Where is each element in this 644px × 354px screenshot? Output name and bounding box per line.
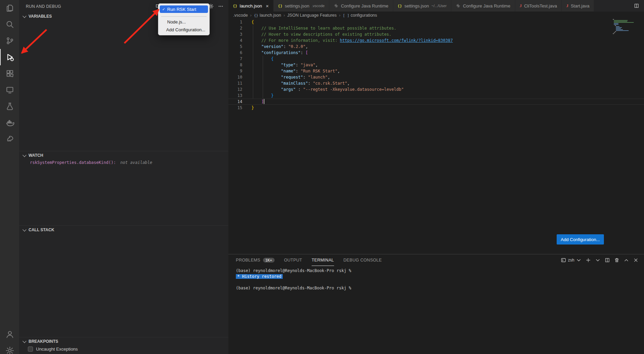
minimap[interactable] [613,19,637,34]
line-number: 14 [228,99,242,105]
terminal-line: * History restored [236,274,637,280]
source-control-icon [5,36,14,45]
tab-launch-json[interactable]: {}launch.json× [228,0,274,12]
bottom-panel: PROBLEMS1K+OUTPUTTERMINALDEBUG CONSOLE z… [228,254,644,354]
close-panel-button[interactable] [633,257,639,263]
code-line-1[interactable]: 1{ [228,19,644,25]
breadcrumb-item[interactable]: .vscode [233,13,248,18]
breadcrumb-item[interactable]: [ ]configurations [343,13,377,18]
breadcrumb-item[interactable]: {}launch.json [254,13,281,18]
line-number: 12 [228,86,242,92]
split-editor-button[interactable] [634,3,639,9]
new-terminal-button[interactable] [586,257,591,263]
breakpoint-row[interactable]: Uncaught Exceptions [19,345,228,353]
code-line-4[interactable]: 4 // For more information, visit: https:… [228,37,644,44]
code-line-11[interactable]: 11 "mainClass": "co.rsk.Start", [228,80,644,86]
tab-label: CliToolsTest.java [524,3,557,9]
panel-tab-terminal[interactable]: TERMINAL [312,254,334,266]
tab-settings-json[interactable]: {}settings.json.vscode [274,0,329,12]
code-line-15[interactable]: 15} [228,105,644,111]
activity-remote-explorer[interactable] [0,82,19,98]
activity-gradle[interactable] [0,131,19,147]
activity-testing[interactable] [0,98,19,114]
activity-run-and-debug[interactable] [0,49,19,65]
code-line-9[interactable]: 9 "name": "Run RSK Start", [228,68,644,74]
activity-settings[interactable] [0,342,19,354]
section-call-stack[interactable]: CALL STACK [19,225,228,234]
breadcrumb-separator: › [283,13,285,18]
panel-tab-debug-console[interactable]: DEBUG CONSOLE [344,254,382,266]
json-file-icon: {} [278,4,282,8]
code-line-3[interactable]: 3 // Hover to view descriptions of exist… [228,31,644,37]
line-number: 9 [228,68,242,74]
watch-expression-row[interactable]: rskSystemProperties.databaseKind(): not … [19,159,228,166]
uncaught-exceptions-checkbox[interactable] [28,347,33,352]
code-line-13[interactable]: 13 } [228,92,644,99]
tab-configure-java-runtime[interactable]: Configure Java Runtime [329,0,393,12]
code-line-8[interactable]: 8 "type": "java", [228,62,644,68]
activity-docker[interactable] [0,114,19,131]
panel-tab-problems[interactable]: PROBLEMS1K+ [236,254,275,266]
breadcrumb-item[interactable]: JSON Language Features [287,13,336,18]
activity-bar-bottom-items [0,326,19,354]
line-number: 10 [228,74,242,80]
activity-extensions[interactable] [0,65,19,82]
activity-source-control[interactable] [0,33,19,49]
menu-item-add-configuration-[interactable]: Add Configuration... [160,26,208,33]
terminal-line: (base) reynoldmorel@Reynolds-MacBook-Pro… [236,268,637,274]
editor-tabs: {}launch.json×{}settings.json.vscodeConf… [228,0,629,12]
shell-label: zsh [568,258,574,263]
add-configuration-button[interactable]: Add Configuration... [557,234,604,245]
activity-bar-items [0,0,19,147]
menu-item-run-rsk-start[interactable]: ✓Run RSK Start [160,5,208,13]
tab-bar-actions [629,0,644,12]
code-line-5[interactable]: 5 "version": "0.2.0", [228,44,644,50]
brackets-icon: [ ] [343,13,349,17]
kill-terminal-button[interactable] [614,257,620,263]
json-file-icon: {} [398,4,402,8]
trash-icon [614,257,620,263]
panel-tab-label: OUTPUT [284,258,302,263]
tab-settings-json[interactable]: {}settings.json~/.../User [393,0,451,12]
watch-expression: rskSystemProperties.databaseKind(): [30,160,116,165]
code-line-2[interactable]: 2 // Use IntelliSense to learn about pos… [228,25,644,31]
chevron-down-icon [595,257,601,263]
breadcrumb-separator: › [250,13,251,18]
activity-search[interactable] [0,16,19,33]
shell-selector[interactable]: zsh [561,257,581,263]
menu-item-node-js-[interactable]: Node.js... [160,18,208,26]
close-tab-icon[interactable]: × [266,3,269,9]
launch-profile-button[interactable] [595,257,601,263]
tab-label: Configure Java Runtime [463,3,510,9]
terminal-content[interactable]: (base) reynoldmorel@Reynolds-MacBook-Pro… [236,268,637,291]
code-line-12[interactable]: 12 "args" : "--regtest -Xkeyvalue.dataso… [228,86,644,92]
chevron-down-icon [22,153,26,157]
tab-start-java[interactable]: JStart.java [562,0,594,12]
line-number: 3 [228,31,242,37]
line-number: 1 [228,19,242,25]
account-icon [5,330,14,339]
panel-tab-output[interactable]: OUTPUT [284,254,302,266]
panel-tab-label: DEBUG CONSOLE [344,258,382,263]
code-line-14[interactable]: 14 ] [228,99,644,105]
code-editor[interactable]: 1{2 // Use IntelliSense to learn about p… [228,19,644,254]
search-icon [5,20,14,29]
tab-configure-java-runtime[interactable]: Configure Java Runtime [451,0,515,12]
activity-explorer[interactable] [0,0,19,16]
terminal-icon [561,257,566,263]
section-label: BREAKPOINTS [29,339,58,344]
maximize-panel-button[interactable] [624,257,629,263]
tab-clitoolstest-java[interactable]: JCliToolsTest.java [515,0,562,12]
more-actions-button[interactable] [218,3,224,9]
section-watch[interactable]: WATCH [19,151,228,159]
line-number: 4 [228,37,242,44]
section-breakpoints[interactable]: BREAKPOINTS [19,337,228,345]
code-line-6[interactable]: 6 "configurations": [ [228,50,644,56]
activity-accounts[interactable] [0,326,19,342]
code-line-7[interactable]: 7 { [228,56,644,62]
chevron-down-icon [22,339,26,343]
activity-bar [0,0,19,354]
code-line-10[interactable]: 10 "request": "launch", [228,74,644,80]
panel-toolbar: zsh [561,254,639,266]
split-terminal-button[interactable] [605,257,610,263]
